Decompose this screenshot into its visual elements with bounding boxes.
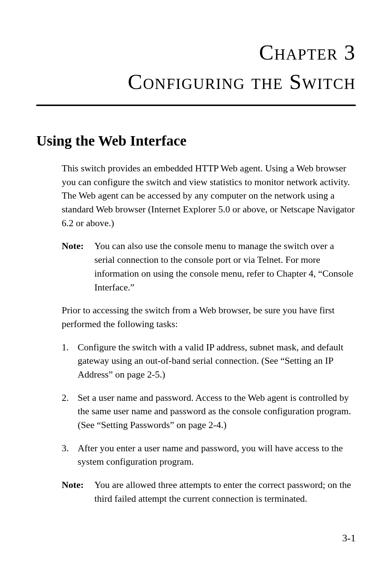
list-text: Set a user name and password. Access to …	[78, 391, 356, 432]
list-item-1: 1. Configure the switch with a valid IP …	[62, 341, 356, 382]
paragraph-prerequisites: Prior to accessing the switch from a Web…	[62, 304, 356, 331]
horizontal-rule	[36, 105, 356, 106]
chapter-number: Chapter 3	[36, 40, 356, 65]
list-item-2: 2. Set a user name and password. Access …	[62, 391, 356, 432]
list-number: 2.	[62, 391, 78, 432]
list-text: Configure the switch with a valid IP add…	[78, 341, 356, 382]
body-content: This switch provides an embedded HTTP We…	[62, 162, 356, 505]
note-text: You are allowed three attempts to enter …	[94, 478, 356, 505]
note-block-2: Note: You are allowed three attempts to …	[62, 478, 356, 505]
chapter-title: Configuring the Switch	[36, 69, 356, 94]
note-block-1: Note: You can also use the console menu …	[62, 239, 356, 294]
note-label: Note:	[62, 478, 94, 505]
paragraph-intro: This switch provides an embedded HTTP We…	[62, 162, 356, 230]
list-number: 1.	[62, 341, 78, 382]
note-text: You can also use the console menu to man…	[94, 239, 356, 294]
page-number: 3-1	[342, 532, 356, 544]
note-label: Note:	[62, 239, 94, 294]
list-item-3: 3. After you enter a user name and passw…	[62, 441, 356, 469]
section-heading: Using the Web Interface	[36, 132, 356, 149]
list-text: After you enter a user name and password…	[78, 441, 356, 469]
list-number: 3.	[62, 441, 78, 469]
page: Chapter 3 Configuring the Switch Using t…	[0, 0, 392, 505]
